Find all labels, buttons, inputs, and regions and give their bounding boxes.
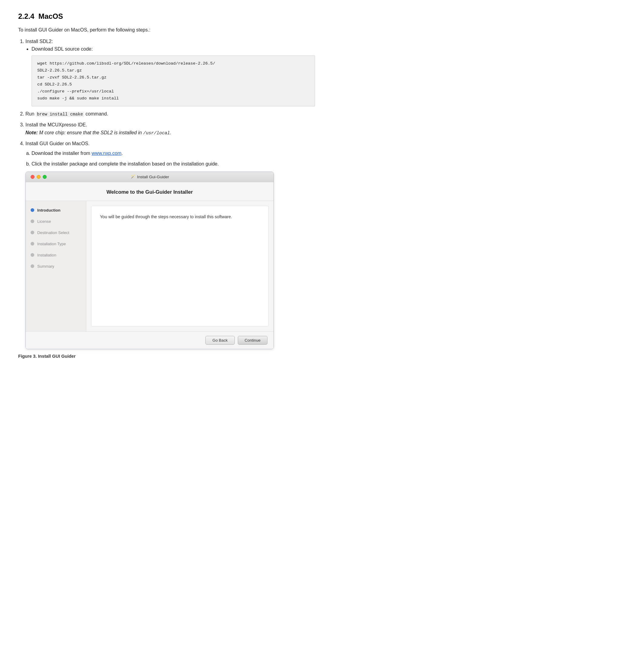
step-4b-text: Click the installer package and complete… [31,161,219,167]
step-label-installation-type: Installation Type [37,241,66,247]
minimize-button-dot[interactable] [37,175,41,179]
installer-title-icon: 🪄 [130,174,135,180]
step-label-introduction: Introduction [37,207,60,213]
step-4: Install GUI Guider on MacOS. Download th… [25,140,315,349]
step-4-label: Install GUI Guider on MacOS. [25,141,90,146]
step-dot-introduction [30,208,34,212]
steps-list: Install SDL2: Download SDL source code: … [25,38,315,349]
step-dot-summary [30,264,34,268]
installer-title-label: Install Gui-Guider [137,174,169,180]
step-2-code: brew install cmake [36,112,84,117]
step-dot-installation [30,253,34,257]
step-dot-installation-type [30,242,34,245]
sidebar-step-installation-type[interactable]: Installation Type [30,241,81,247]
section-title: MacOS [39,12,63,20]
continue-button[interactable]: Continue [238,336,268,345]
welcome-body-text: You will be guided through the steps nec… [100,213,260,220]
step-label-summary: Summary [37,263,54,269]
note-code-text: /usr/local [143,131,170,135]
step-4-substeps: Download the installer from www.nxp.com.… [31,150,315,168]
step-3-note: Note: M core chip: ensure that the SDL2 … [25,130,171,135]
installer-content: Introduction License Destination Select [26,201,274,331]
intro-paragraph: To install GUI Guider on MacOS, perform … [18,26,315,34]
step-label-license: License [37,218,51,225]
traffic-lights [30,175,47,179]
step-4a-prefix: Download the installer from [31,151,91,156]
step-3: Install the MCUXpresso IDE. Note: M core… [25,121,315,137]
installer-welcome-header: Welcome to the Gui-Guider Installer [26,182,274,201]
step-label-installation: Installation [37,252,56,258]
installer-footer: Go Back Continue [26,331,274,349]
step-4b: Click the installer package and complete… [31,160,315,168]
step-dot-destination [30,231,34,234]
step-dot-license [30,219,34,223]
section-heading: 2.2.4 MacOS [18,12,315,21]
installer-screenshot: 🪄 Install Gui-Guider Welcome to the Gui-… [25,172,274,349]
note-bold-label: Note: [25,130,38,135]
step-3-label: Install the MCUXpresso IDE. [25,122,87,127]
step-2-suffix: command. [84,111,108,116]
installer-body: Welcome to the Gui-Guider Installer Intr… [26,182,274,349]
installer-right-panel: You will be guided through the steps nec… [91,206,269,327]
nxp-link[interactable]: www.nxp.com [91,151,121,156]
close-button-dot[interactable] [30,175,34,179]
step-1: Install SDL2: Download SDL source code: … [25,38,315,107]
sidebar-step-summary[interactable]: Summary [30,263,81,269]
sidebar-step-installation[interactable]: Installation [30,252,81,258]
installer-sidebar: Introduction License Destination Select [26,201,86,331]
sidebar-step-introduction[interactable]: Introduction [30,207,81,213]
step-2-prefix: Run [25,111,36,116]
step-label-destination: Destination Select [37,229,69,236]
sidebar-step-license[interactable]: License [30,218,81,225]
download-sdl-label: Download SDL source code: [31,46,93,51]
go-back-button[interactable]: Go Back [205,336,234,345]
step-4a: Download the installer from www.nxp.com. [31,150,315,157]
sdl-code-block: wget https://github.com/libsdl-org/SDL/r… [31,56,315,107]
maximize-button-dot[interactable] [43,175,47,179]
note-italic-text: M core chip: ensure that the SDL2 is ins… [38,130,143,135]
sidebar-step-destination[interactable]: Destination Select [30,229,81,236]
step-2: Run brew install cmake command. [25,110,315,118]
figure-caption: Figure 3. Install GUI Guider [18,353,315,360]
step-1-label: Install SDL2: [25,39,53,44]
note-end-text: . [170,130,171,135]
title-bar: 🪄 Install Gui-Guider [26,172,274,182]
step-1-substeps: Download SDL source code: wget https://g… [31,45,315,106]
step-1-bullet-1: Download SDL source code: wget https://g… [31,45,315,106]
section-number: 2.2.4 [18,12,34,20]
step-4a-suffix: . [121,151,123,156]
title-bar-text: 🪄 Install Gui-Guider [130,174,169,180]
